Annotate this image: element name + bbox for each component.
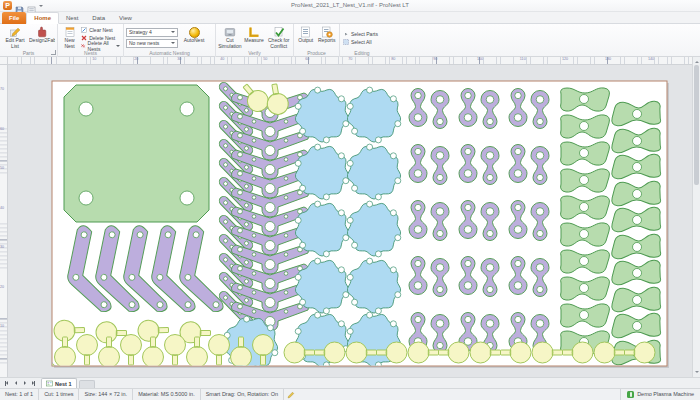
status-item: Nest: 1 of 1 <box>0 389 39 400</box>
machine-icon <box>627 391 634 398</box>
ribbon-group-editing: Select Parts Select All Editing <box>340 24 384 57</box>
ruler-number: 60 <box>306 57 310 61</box>
clear-nest-label: Clear Nest <box>89 27 113 33</box>
delete-nest-icon <box>81 35 87 41</box>
ribbon-tab-row: File Home Nest Data View <box>0 12 700 24</box>
nest-viewport[interactable] <box>8 65 692 377</box>
last-nest-button[interactable] <box>29 378 38 388</box>
delete-all-nests-button[interactable]: Delete All Nests <box>80 42 121 49</box>
autonest-orb-icon <box>189 27 200 38</box>
status-item: Size: 144 × 72 in. <box>79 389 133 400</box>
check-for-conflict-button[interactable]: Check for Conflict <box>266 25 291 50</box>
title-bar: P ProNest_2021_LT_Nest_V1.nif - ProNest … <box>0 0 700 12</box>
select-all-icon <box>343 39 349 45</box>
machine-segment[interactable]: Demo Plasma Machine <box>620 389 700 400</box>
nested-part-plate <box>64 85 209 222</box>
strategy-dropdown[interactable]: Strategy 4 <box>126 28 178 37</box>
status-item: Material: MS 0.5000 in. <box>133 389 201 400</box>
ribbon-group-parts: Edit Part List Design2Fab Parts <box>0 24 58 57</box>
status-item: Smart Drag: On, Rotation: On <box>201 389 284 400</box>
status-item: Cut: 1 times <box>39 389 79 400</box>
ruler-number: 110 <box>520 57 526 61</box>
tab-view[interactable]: View <box>112 12 139 24</box>
ruler-number: 10 <box>0 325 4 329</box>
ruler-number: 140 <box>648 57 654 61</box>
status-bar: Nest: 1 of 1Cut: 1 timesSize: 144 × 72 i… <box>0 388 700 400</box>
tab-nest[interactable]: Nest <box>59 12 85 24</box>
ruler-number: 70 <box>348 57 352 61</box>
select-all-label: Select All <box>351 39 372 45</box>
select-all-button[interactable]: Select All <box>342 38 379 45</box>
new-nest-tab-ghost[interactable] <box>79 380 95 388</box>
scroll-thumb[interactable] <box>694 65 699 185</box>
strategy-caret-icon <box>171 31 175 35</box>
ruler-number: 50 <box>263 57 267 61</box>
nest-mode-dropdown[interactable]: No new nests <box>126 39 178 48</box>
delete-all-nests-icon <box>81 43 85 49</box>
nests-group-label: Nests <box>58 50 123 57</box>
next-nest-button[interactable] <box>20 378 29 388</box>
reports-button[interactable]: Reports <box>317 25 337 50</box>
autonest-button[interactable]: AutoNest <box>179 25 209 50</box>
verify-group-label: Verify <box>216 50 293 57</box>
editing-group-label: Editing <box>340 50 384 57</box>
status-items: Nest: 1 of 1Cut: 1 timesSize: 144 × 72 i… <box>0 389 284 400</box>
select-parts-button[interactable]: Select Parts <box>342 30 379 37</box>
new-nest-label: New Nest <box>60 38 79 49</box>
reports-label: Reports <box>317 38 337 49</box>
produce-group-label: Produce <box>294 50 339 57</box>
scroll-up-icon[interactable] <box>695 59 699 63</box>
design2fab-label: Design2Fab <box>29 38 55 49</box>
tab-home[interactable]: Home <box>26 12 59 24</box>
parts-dialog-launcher-icon[interactable] <box>51 50 56 55</box>
ruler-number: 80 <box>391 57 395 61</box>
edit-part-list-button[interactable]: Edit Part List <box>2 25 28 50</box>
ruler-number: 100 <box>477 57 483 61</box>
canvas-area: 102030405060708090100110120130140 102030… <box>0 57 700 377</box>
edit-part-list-label: Edit Part List <box>2 38 28 49</box>
vertical-scrollbar[interactable] <box>692 57 700 377</box>
ruler-number: 20 <box>0 285 4 289</box>
output-button[interactable]: Output <box>296 25 316 50</box>
ribbon-group-nests: New Nest Clear Nest Delete Nest Delete A… <box>58 24 124 57</box>
nest-tab-label: Nest 1 <box>55 381 72 387</box>
ruler-number: 30 <box>177 57 181 61</box>
nest-tab-icon <box>46 380 53 387</box>
status-edit-icon[interactable] <box>287 391 295 399</box>
cut-simulation-label: Cut Simulation <box>218 38 242 49</box>
nest-svg <box>8 65 692 377</box>
previous-nest-button[interactable] <box>11 378 20 388</box>
nest-mode-value: No new nests <box>129 40 171 46</box>
ruler-number: 10 <box>92 57 96 61</box>
nest-tab-active[interactable]: Nest 1 <box>41 378 77 388</box>
new-nest-button[interactable]: New Nest <box>60 25 79 50</box>
first-nest-button[interactable] <box>2 378 11 388</box>
measure-label: Measure <box>243 38 266 49</box>
select-parts-label: Select Parts <box>351 31 378 37</box>
autonest-label: AutoNest <box>179 38 209 49</box>
machine-label: Demo Plasma Machine <box>637 389 694 400</box>
ruler-top: 102030405060708090100110120130140 <box>8 57 692 65</box>
measure-button[interactable]: Measure <box>243 25 266 50</box>
ruler-number: 70 <box>0 87 4 91</box>
cut-simulation-button[interactable]: Cut Simulation <box>218 25 242 50</box>
ruler-number: 60 <box>0 127 4 131</box>
ruler-number: 30 <box>0 245 4 249</box>
delete-all-nests-caret-icon <box>116 45 120 49</box>
ribbon-group-automatic-nesting: Strategy 4 No new nests AutoNest Automat… <box>124 24 216 57</box>
tab-data[interactable]: Data <box>85 12 112 24</box>
check-for-conflict-label: Check for Conflict <box>266 38 291 49</box>
output-label: Output <box>296 38 316 49</box>
ruler-number: 40 <box>0 206 4 210</box>
ruler-number: 20 <box>135 57 139 61</box>
tab-file[interactable]: File <box>2 12 26 24</box>
nest-tab-bar: Nest 1 <box>0 377 700 388</box>
clear-nest-icon <box>81 27 87 33</box>
ribbon-group-produce: Output Reports Produce <box>294 24 340 57</box>
clear-nest-button[interactable]: Clear Nest <box>80 26 121 33</box>
ruler-number: 90 <box>434 57 438 61</box>
select-parts-icon <box>343 31 349 37</box>
design2fab-button[interactable]: Design2Fab <box>29 25 55 50</box>
ruler-left: 10203040506070 <box>0 65 8 377</box>
scroll-down-icon[interactable] <box>695 371 699 375</box>
